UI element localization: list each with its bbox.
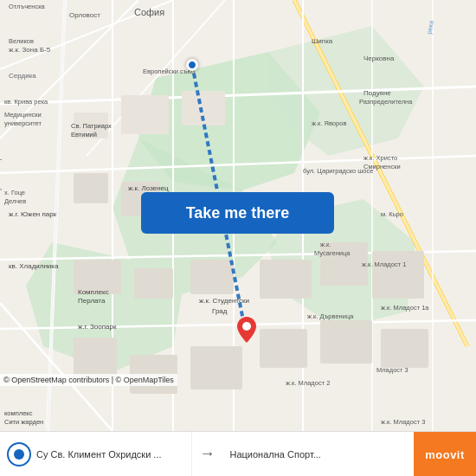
svg-text:Медицински: Медицински	[4, 111, 42, 119]
svg-text:Великов: Великов	[9, 37, 34, 45]
svg-rect-36	[320, 320, 372, 363]
svg-rect-35	[260, 329, 307, 368]
to-section: Национална Спорт...	[223, 432, 415, 476]
from-icon	[7, 442, 31, 466]
svg-text:Подуяне: Подуяне	[363, 89, 391, 97]
svg-text:Разпределителна: Разпределителна	[359, 98, 413, 106]
svg-text:Смирненски: Смирненски	[363, 163, 401, 170]
svg-text:университет: университет	[4, 119, 42, 127]
app: София Сердика бул. България Св. Патриарх…	[0, 0, 476, 476]
moovit-logo[interactable]: moovit	[414, 432, 476, 476]
svg-text:ж.к. Младост 1а: ж.к. Младост 1а	[381, 304, 429, 312]
origin-dot	[186, 59, 198, 71]
svg-text:ж.к. Младост 3: ж.к. Младост 3	[381, 418, 425, 426]
svg-text:ж.к. Зона Б-5: ж.к. Зона Б-5	[9, 46, 51, 54]
svg-text:Младост 3: Младост 3	[376, 366, 408, 374]
svg-text:ж.к. Дървеница: ж.к. Дървеница	[307, 312, 354, 320]
svg-text:Перлата: Перлата	[78, 297, 106, 305]
svg-rect-26	[182, 91, 225, 125]
arrow-icon: →	[200, 445, 215, 463]
svg-text:ж.к.: ж.к.	[320, 241, 331, 248]
svg-text:ж.г. Зоопарк: ж.г. Зоопарк	[78, 323, 117, 331]
map-container: София Сердика бул. България Св. Патриарх…	[0, 0, 476, 431]
destination-pin	[237, 317, 256, 346]
svg-text:х. Гоце: х. Гоце	[4, 189, 25, 196]
svg-text:Св. Патриарх: Св. Патриарх	[71, 122, 112, 130]
moovit-text: moovit	[425, 448, 465, 461]
svg-text:Орловост: Орловост	[69, 11, 100, 19]
svg-text:ж.к. Младост 1: ж.к. Младост 1	[362, 261, 406, 268]
svg-rect-27	[74, 173, 108, 203]
svg-text:ж.к. Христо: ж.к. Христо	[363, 154, 397, 162]
take-me-there-button[interactable]: Take me there	[141, 192, 334, 234]
svg-rect-25	[121, 95, 169, 134]
svg-text:Комплекс: Комплекс	[78, 288, 109, 296]
svg-text:Сити жарден: Сити жарден	[4, 418, 43, 426]
svg-rect-31	[190, 260, 234, 294]
svg-text:ж.к. Яворов: ж.к. Яворов	[312, 119, 346, 127]
svg-text:комплекс: комплекс	[4, 409, 33, 417]
svg-rect-34	[372, 251, 424, 299]
svg-rect-37	[381, 329, 428, 368]
to-text: Национална Спорт...	[230, 449, 321, 460]
bottom-bar: Су Св. Климент Охридски ... → Национална…	[0, 431, 476, 476]
svg-text:Отлъченска: Отлъченска	[9, 3, 46, 10]
svg-text:Делчев: Делчев	[4, 197, 26, 205]
svg-text:ж.г. Южен парк: ж.г. Южен парк	[9, 210, 57, 218]
svg-rect-30	[134, 268, 173, 299]
from-text: Су Св. Климент Охридски ...	[36, 449, 162, 460]
from-section: Су Св. Климент Охридски ...	[0, 432, 192, 476]
svg-text:Евтимий: Евтимий	[71, 131, 97, 138]
attribution: © OpenStreetMap contributors | © OpenMap…	[0, 374, 177, 386]
svg-text:ж.к. Студентски: ж.к. Студентски	[199, 297, 249, 305]
svg-rect-40	[190, 346, 242, 389]
arrow-section: →	[192, 432, 223, 476]
svg-text:кв. Крива река: кв. Крива река	[4, 98, 48, 106]
origin-pin	[186, 59, 198, 71]
svg-text:Мусагеница: Мусагеница	[314, 249, 351, 257]
svg-text:Сердика: Сердика	[9, 72, 36, 80]
svg-point-86	[242, 322, 251, 331]
svg-text:Черковна: Черковна	[363, 55, 395, 62]
svg-text:ж.к. Лозенец: ж.к. Лозенец	[128, 184, 169, 192]
svg-text:м. Кьро: м. Кьро	[381, 210, 403, 218]
svg-text:София: София	[134, 7, 164, 17]
svg-text:кв. Хладилника: кв. Хладилника	[9, 262, 59, 270]
svg-text:Град: Град	[212, 307, 228, 315]
svg-text:ж.к. Младост 2: ж.к. Младост 2	[286, 379, 330, 387]
svg-text:Шипка: Шипка	[312, 37, 333, 45]
svg-text:бул. България: бул. България	[0, 149, 2, 195]
svg-rect-32	[260, 260, 312, 299]
from-icon-inner	[14, 449, 24, 460]
